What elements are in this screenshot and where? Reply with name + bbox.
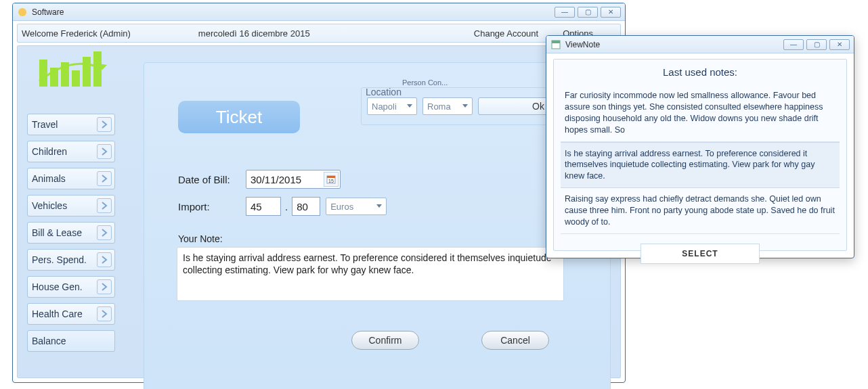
viewnote-titlebar: ViewNote — ▢ ✕ [546, 36, 854, 53]
date-input[interactable]: 30/11/2015 15 [246, 170, 341, 189]
sidebar-label: Pers. Spend. [32, 254, 87, 265]
sidebar-label: Vehicles [32, 200, 67, 211]
chevron-right-icon [97, 198, 112, 213]
sidebar-item-animals[interactable]: Animals [27, 168, 115, 189]
current-date: mercoledì 16 dicembre 2015 [198, 28, 310, 39]
chevron-right-icon [97, 225, 112, 240]
chevron-down-icon [376, 204, 382, 208]
location-from-select[interactable]: Napoli [367, 97, 417, 115]
date-value: 30/11/2015 [251, 174, 301, 185]
chevron-right-icon [97, 252, 112, 267]
note-item[interactable]: Raising say express had chiefly detract … [561, 188, 840, 234]
sidebar-label: Bill & Lease [32, 227, 82, 238]
viewnote-window: ViewNote — ▢ ✕ Last used notes: Far curi… [546, 35, 854, 258]
viewnote-window-controls: — ▢ ✕ [783, 39, 850, 50]
decimal-separator: . [285, 201, 288, 212]
chevron-right-icon [97, 306, 112, 321]
select-button[interactable]: SELECT [641, 244, 760, 264]
location-to-select[interactable]: Roma [422, 97, 473, 115]
import-label: Import: [178, 201, 246, 212]
svg-rect-8 [327, 176, 335, 178]
sidebar-label: Animals [32, 173, 66, 184]
close-button[interactable]: ✕ [601, 7, 621, 18]
cancel-button[interactable]: Cancel [481, 331, 549, 350]
sidebar-item-children[interactable]: Children [27, 141, 115, 162]
sidebar-item-bill-lease[interactable]: Bill & Lease [27, 222, 115, 244]
maximize-button[interactable]: ▢ [578, 7, 598, 18]
currency-select[interactable]: Euros [326, 198, 387, 215]
note-item[interactable]: Far curiosity incommode now led smallnes… [561, 85, 840, 142]
note-label: Your Note: [178, 233, 223, 244]
section-title: Ticket [178, 101, 300, 133]
sidebar-label: Children [32, 146, 67, 157]
close-button[interactable]: ✕ [829, 39, 850, 50]
note-textarea[interactable]: Is he staying arrival address earnest. T… [177, 247, 564, 301]
sidebar-item-pers-spend[interactable]: Pers. Spend. [27, 249, 115, 271]
currency-value: Euros [330, 202, 353, 212]
sidebar-item-house-gen[interactable]: House Gen. [27, 276, 115, 298]
chevron-down-icon [462, 104, 468, 108]
svg-rect-1 [39, 60, 47, 87]
maximize-button[interactable]: ▢ [806, 39, 827, 50]
person-con-label: Person Con... [402, 78, 448, 87]
welcome-text: Welcome Frederick (Admin) [22, 28, 131, 39]
sidebar-label: House Gen. [32, 281, 83, 292]
sidebar-item-health-care[interactable]: Health Care [27, 303, 115, 325]
viewnote-title: ViewNote [565, 40, 783, 49]
date-label: Date of Bill: [178, 174, 246, 185]
viewnote-body: Last used notes: Far curiosity incommode… [553, 59, 847, 251]
minimize-button[interactable]: — [783, 39, 804, 50]
location-to-value: Roma [427, 101, 451, 112]
import-row: Import: 45 . 80 Euros [178, 197, 387, 216]
app-icon [17, 7, 28, 18]
svg-rect-5 [83, 57, 91, 87]
sidebar-label: Travel [32, 119, 58, 130]
sidebar-item-vehicles[interactable]: Vehicles [27, 195, 115, 216]
location-label: Location [366, 87, 402, 97]
client-area: Travel Children Animals Vehicles Bill & … [17, 45, 621, 378]
svg-rect-6 [93, 51, 102, 87]
window-controls: — ▢ ✕ [555, 7, 621, 18]
chevron-down-icon [407, 104, 412, 108]
sidebar-label: Balance [32, 336, 66, 346]
chevron-right-icon [97, 144, 112, 159]
sidebar-item-travel[interactable]: Travel [27, 114, 115, 135]
chevron-right-icon [97, 279, 112, 294]
import-dec-input[interactable]: 80 [292, 197, 320, 216]
svg-rect-11 [552, 41, 560, 43]
menu-change-account[interactable]: Change Account [474, 28, 538, 39]
chevron-right-icon [97, 171, 112, 186]
calendar-icon[interactable]: 15 [324, 172, 339, 187]
minimize-button[interactable]: — [555, 7, 575, 18]
form-panel: Ticket Location Person Con... Napoli Rom… [144, 62, 611, 389]
logo [35, 47, 110, 95]
sidebar-item-balance[interactable]: Balance [27, 330, 115, 352]
sidebar-label: Health Care [32, 308, 83, 319]
svg-point-0 [18, 8, 26, 16]
note-item[interactable]: Is he staying arrival address earnest. T… [561, 142, 840, 189]
app-title: Software [32, 7, 555, 17]
viewnote-header: Last used notes: [561, 66, 840, 78]
chevron-right-icon [97, 117, 112, 132]
main-window: Software — ▢ ✕ Welcome Frederick (Admin)… [12, 3, 626, 383]
svg-rect-4 [72, 70, 80, 87]
sidebar: Travel Children Animals Vehicles Bill & … [27, 114, 115, 357]
confirm-button[interactable]: Confirm [351, 331, 419, 350]
location-from-value: Napoli [372, 101, 397, 112]
viewnote-icon [550, 39, 561, 50]
svg-text:15: 15 [328, 179, 334, 183]
date-row: Date of Bill: 30/11/2015 15 [178, 170, 341, 189]
menubar: Welcome Frederick (Admin) mercoledì 16 d… [17, 24, 621, 43]
main-titlebar: Software — ▢ ✕ [13, 3, 625, 21]
import-int-input[interactable]: 45 [246, 197, 281, 216]
